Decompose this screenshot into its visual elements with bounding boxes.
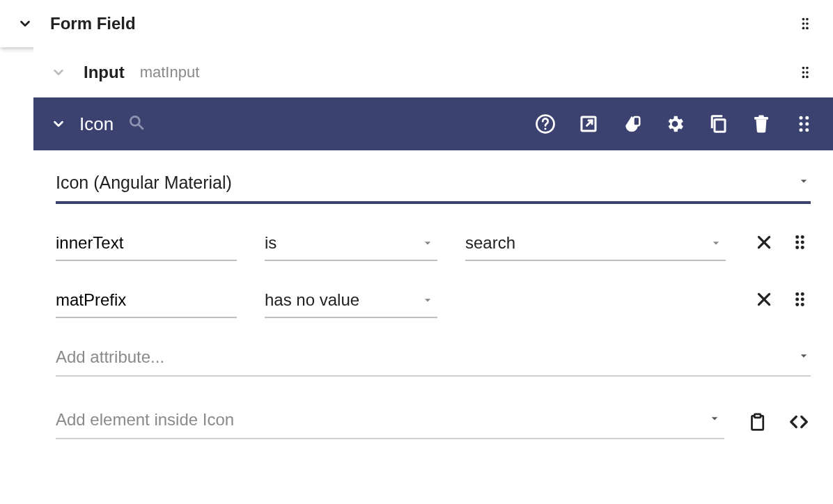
clipboard-icon[interactable] (745, 410, 769, 434)
drag-handle-icon[interactable] (797, 14, 816, 33)
attribute-op-select[interactable]: is (265, 229, 437, 261)
dropdown-arrow-icon (797, 174, 811, 191)
code-icon[interactable] (787, 410, 811, 434)
delete-icon[interactable] (749, 112, 773, 136)
svg-point-22 (805, 116, 809, 120)
add-element-input[interactable] (56, 406, 724, 439)
palette-icon[interactable] (620, 112, 644, 136)
open-external-icon[interactable] (577, 112, 600, 136)
svg-point-15 (545, 127, 547, 129)
add-attribute-input[interactable] (56, 343, 811, 377)
remove-attribute-button[interactable] (754, 232, 774, 253)
svg-point-10 (802, 76, 805, 79)
icon-panel: Icon (33, 97, 833, 456)
chevron-down-icon[interactable] (50, 64, 67, 81)
attribute-name-input[interactable] (56, 286, 237, 318)
attribute-op-value: is (265, 229, 437, 261)
drag-handle-icon[interactable] (790, 289, 811, 310)
icon-toolbar (534, 112, 816, 136)
svg-rect-44 (754, 414, 761, 418)
copy-icon[interactable] (706, 112, 730, 136)
attribute-name-field[interactable] (56, 229, 237, 261)
gear-icon[interactable] (663, 112, 687, 136)
svg-point-4 (802, 27, 805, 30)
svg-point-25 (800, 128, 803, 132)
dropdown-arrow-icon (708, 411, 722, 428)
input-title: Input (84, 63, 125, 82)
svg-point-21 (800, 116, 803, 120)
chevron-down-icon[interactable] (17, 15, 33, 32)
svg-point-31 (795, 241, 799, 244)
svg-rect-17 (634, 117, 640, 126)
element-type-value: Icon (Angular Material) (56, 168, 811, 204)
svg-rect-18 (715, 120, 725, 132)
input-directive-label: matInput (140, 63, 200, 81)
add-element-row (56, 406, 811, 439)
svg-point-42 (801, 303, 804, 306)
attribute-name-input[interactable] (56, 229, 237, 261)
element-type-select[interactable]: Icon (Angular Material) (56, 168, 811, 204)
svg-point-34 (801, 246, 804, 249)
icon-title: Icon (79, 113, 114, 135)
svg-point-38 (801, 292, 804, 296)
svg-point-2 (802, 22, 805, 25)
svg-point-26 (805, 128, 809, 132)
svg-point-37 (795, 292, 799, 296)
attribute-op-select[interactable]: has no value (265, 286, 437, 318)
svg-point-9 (806, 71, 809, 74)
attribute-row: has no value (56, 286, 811, 318)
svg-point-3 (806, 22, 809, 25)
svg-point-0 (802, 18, 805, 21)
attribute-name-field[interactable] (56, 286, 237, 318)
attribute-value-select[interactable]: search (465, 229, 726, 261)
svg-point-7 (806, 67, 809, 70)
svg-point-29 (795, 235, 799, 239)
svg-point-24 (805, 123, 809, 126)
drag-handle-icon[interactable] (790, 232, 811, 253)
svg-point-30 (801, 235, 804, 239)
svg-point-8 (802, 71, 805, 74)
icon-body: Icon (Angular Material) is search (33, 150, 833, 456)
form-field-header: Form Field (0, 0, 833, 47)
icon-header: Icon (33, 97, 833, 150)
svg-point-41 (795, 303, 799, 306)
dropdown-arrow-icon (797, 349, 811, 365)
remove-attribute-button[interactable] (754, 289, 774, 310)
svg-line-13 (139, 125, 143, 129)
drag-handle-icon[interactable] (797, 63, 816, 82)
form-field-panel: Form Field (0, 0, 833, 47)
attribute-row: is search (56, 229, 811, 261)
svg-point-40 (801, 298, 804, 301)
chevron-down-icon[interactable] (50, 116, 67, 132)
svg-point-5 (806, 27, 809, 30)
svg-point-1 (806, 18, 809, 21)
form-field-title: Form Field (50, 14, 136, 33)
add-element-field[interactable] (56, 406, 724, 439)
help-icon[interactable] (534, 112, 557, 136)
svg-point-12 (130, 116, 139, 125)
search-icon (127, 113, 146, 134)
input-header: Input matInput (33, 47, 833, 97)
svg-point-33 (795, 246, 799, 249)
svg-point-32 (801, 241, 804, 244)
drag-handle-icon[interactable] (793, 112, 816, 136)
svg-point-23 (800, 123, 803, 126)
attribute-value-text: search (465, 229, 726, 261)
svg-rect-20 (758, 116, 764, 118)
add-attribute-field[interactable] (56, 343, 811, 377)
svg-point-11 (806, 76, 809, 79)
attribute-op-value: has no value (265, 286, 437, 318)
svg-point-39 (795, 298, 799, 301)
svg-point-6 (802, 67, 805, 70)
